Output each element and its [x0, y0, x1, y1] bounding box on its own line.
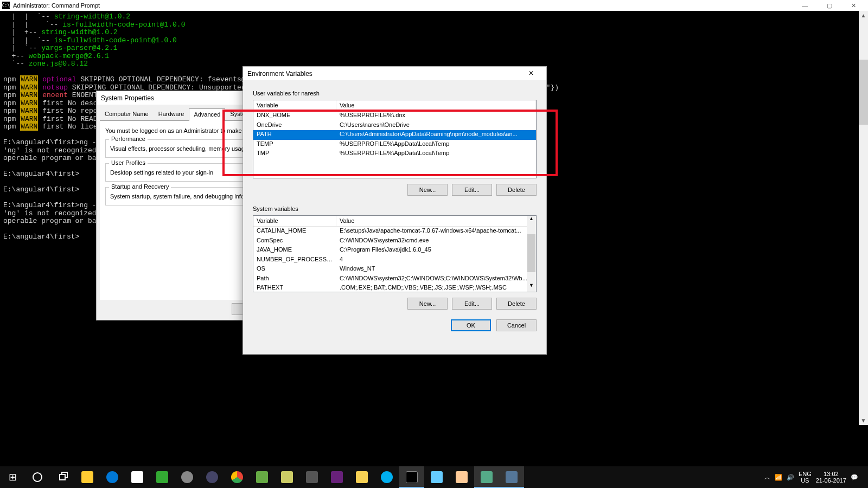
tab-hardware[interactable]: Hardware	[154, 108, 189, 120]
tray-action-center-icon[interactable]: 💬	[851, 474, 858, 481]
system-tray[interactable]: ︿ 📶 🔊 ENG US 13:02 21-06-2017 💬	[764, 471, 868, 484]
sys-edit-button[interactable]: Edit...	[452, 298, 492, 310]
env-title-text: Environment Variables	[247, 70, 312, 78]
taskbar[interactable]: ⊞ ︿ 📶 🔊 ENG US 13:02 21-06-2017 💬	[0, 466, 868, 488]
table-row[interactable]: CATALINA_HOMEE:\setups\Java\apache-tomca…	[253, 227, 536, 236]
taskbar-app-generic-4[interactable]	[250, 466, 275, 488]
table-row[interactable]: ComSpecC:\WINDOWS\system32\cmd.exe	[253, 236, 536, 246]
start-button[interactable]: ⊞	[0, 466, 25, 488]
table-row[interactable]: PATHC:\Users\Administrator\AppData\Roami…	[253, 130, 536, 140]
cmd-icon: C:\	[2, 2, 10, 9]
close-button[interactable]: ✕	[841, 0, 866, 11]
taskbar-app-file-explorer[interactable]	[75, 466, 100, 488]
env-titlebar[interactable]: Environment Variables ✕	[243, 67, 546, 80]
user-header-variable[interactable]: Variable	[253, 100, 336, 111]
tray-volume-icon[interactable]: 🔊	[787, 474, 794, 481]
taskbar-app-generic-5[interactable]	[275, 466, 299, 488]
performance-legend: Performance	[109, 136, 148, 142]
user-vars-listview[interactable]: Variable Value DNX_HOME%USERPROFILE%\.dn…	[253, 100, 537, 178]
taskbar-app-notes[interactable]	[349, 466, 374, 488]
table-row[interactable]: OneDriveC:\Users\naresh\OneDrive	[253, 121, 536, 131]
sys-header-variable[interactable]: Variable	[253, 216, 336, 226]
table-row[interactable]: OSWindows_NT	[253, 265, 536, 274]
startup-legend: Startup and Recovery	[109, 183, 171, 190]
user-header-value[interactable]: Value	[336, 100, 536, 111]
task-view-button[interactable]	[50, 466, 75, 488]
sys-header-value[interactable]: Value	[336, 216, 536, 226]
tray-chevron-icon[interactable]: ︿	[764, 473, 770, 481]
scroll-thumb[interactable]	[859, 60, 868, 125]
sysprop-title-text: System Properties	[101, 94, 154, 102]
tray-network-icon[interactable]: 📶	[775, 474, 782, 481]
tab-advanced[interactable]: Advanced	[189, 108, 225, 121]
env-ok-button[interactable]: OK	[451, 319, 491, 331]
env-cancel-button[interactable]: Cancel	[496, 319, 537, 331]
taskbar-app-paint[interactable]	[449, 466, 474, 488]
taskbar-app-store[interactable]	[125, 466, 150, 488]
cmd-scrollbar[interactable]: ▲ ▼	[859, 11, 868, 425]
taskbar-app-notepad[interactable]	[424, 466, 449, 488]
taskbar-app-control-panel[interactable]	[474, 466, 499, 488]
sys-new-button[interactable]: New...	[407, 298, 448, 310]
sys-vars-label: System variables	[253, 206, 537, 212]
table-row[interactable]: DNX_HOME%USERPROFILE%\.dnx	[253, 111, 536, 121]
cortana-button[interactable]	[25, 466, 50, 488]
table-row[interactable]: TMP%USERPROFILE%\AppData\Local\Temp	[253, 149, 536, 159]
table-row[interactable]: TEMP%USERPROFILE%\AppData\Local\Temp	[253, 140, 536, 150]
maximize-button[interactable]: ▢	[817, 0, 841, 11]
cmd-title-text: Administrator: Command Prompt	[13, 2, 100, 9]
user-delete-button[interactable]: Delete	[496, 184, 537, 196]
scroll-up-icon[interactable]: ▲	[859, 11, 868, 20]
env-close-button[interactable]: ✕	[520, 69, 542, 78]
table-row[interactable]: PATHEXT.COM;.EXE;.BAT;.CMD;.VBS;.VBE;.JS…	[253, 284, 536, 292]
table-row[interactable]: PathC:\WINDOWS\system32;C:\WINDOWS;C:\WI…	[253, 274, 536, 284]
minimize-button[interactable]: —	[793, 0, 817, 11]
taskbar-app-generic-1[interactable]	[150, 466, 175, 488]
scroll-down-icon[interactable]: ▼	[859, 416, 868, 425]
taskbar-app-skype[interactable]	[374, 466, 399, 488]
taskbar-app-visualstudio[interactable]	[324, 466, 349, 488]
user-vars-label: User variables for naresh	[253, 90, 537, 97]
taskbar-app-sublime[interactable]	[299, 466, 324, 488]
table-row[interactable]: NUMBER_OF_PROCESSORS4	[253, 255, 536, 265]
taskbar-app-cmd[interactable]	[399, 466, 424, 488]
taskbar-app-chrome[interactable]	[225, 466, 250, 488]
taskbar-app-sysprops[interactable]	[499, 466, 524, 488]
taskbar-app-edge[interactable]	[100, 466, 125, 488]
cmd-titlebar[interactable]: C:\ Administrator: Command Prompt — ▢ ✕	[0, 0, 868, 11]
user-new-button[interactable]: New...	[407, 184, 448, 196]
table-row[interactable]: JAVA_HOMEC:\Program Files\Java\jdk1.6.0_…	[253, 246, 536, 255]
user-edit-button[interactable]: Edit...	[452, 184, 492, 196]
sys-vars-scrollbar[interactable]: ▲ ▼	[527, 216, 536, 292]
sys-scroll-thumb[interactable]	[527, 234, 535, 272]
sys-delete-button[interactable]: Delete	[496, 298, 537, 310]
tray-language[interactable]: ENG US	[799, 471, 812, 484]
user-profiles-legend: User Profiles	[109, 159, 148, 166]
sys-vars-listview[interactable]: Variable Value CATALINA_HOMEE:\setups\Ja…	[253, 215, 537, 292]
taskbar-app-generic-3[interactable]	[200, 466, 225, 488]
tray-clock[interactable]: 13:02 21-06-2017	[816, 471, 846, 484]
environment-variables-dialog: Environment Variables ✕ User variables f…	[242, 66, 547, 355]
taskbar-app-generic-2[interactable]	[175, 466, 200, 488]
tab-computer-name[interactable]: Computer Name	[100, 108, 154, 120]
